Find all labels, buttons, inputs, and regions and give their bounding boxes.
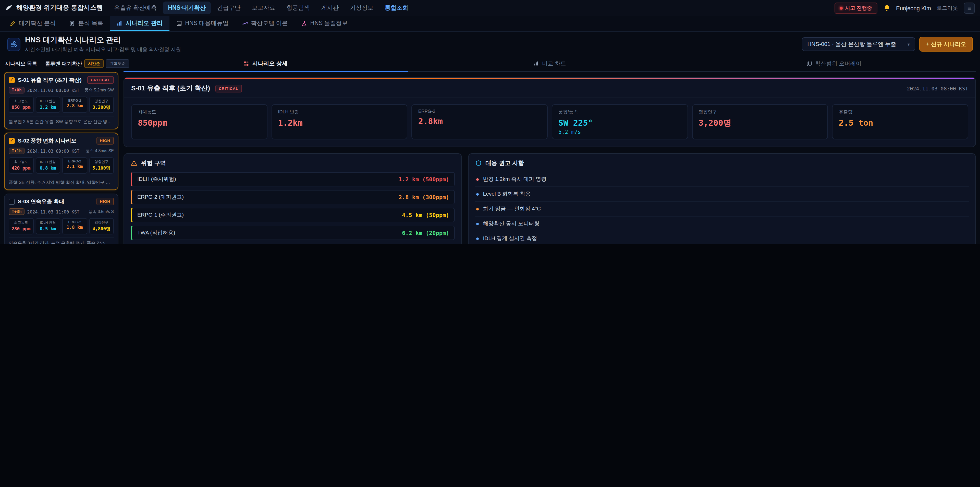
detail-header: S-01 유출 직후 (초기 확산) CRITICAL 2024.11.03 0… — [124, 79, 975, 98]
logout-button[interactable]: 로그아웃 — [937, 4, 958, 11]
new-scenario-button[interactable]: + 신규 시나리오 — [920, 37, 973, 51]
scenario-stat: 영향인구4,800명 — [89, 218, 114, 235]
recommendation-list: 반경 1.2km 즉시 대피 명령Level B 화학복 착용화기 엄금 — 인… — [475, 172, 969, 244]
scenario-time-badge: T+0h — [9, 87, 25, 93]
main-tab-overlay[interactable]: 확산범위 오버레이 — [692, 57, 976, 72]
detail-stat-label: ERPG-2 — [418, 109, 541, 114]
hazard-name: ERPG-1 (주의권고) — [137, 211, 184, 219]
scenario-stat-value: 850 ppm — [10, 105, 32, 110]
nav-item-aerial-search[interactable]: 항공탐색 — [282, 2, 315, 14]
scenario-wind: 풍속 4.8m/s SE — [86, 148, 114, 154]
hazard-name: ERPG-2 (대피권고) — [137, 193, 184, 201]
bullet-dot-icon — [476, 222, 479, 225]
scenario-title: S-01 유출 직후 (초기 확산) — [18, 77, 84, 83]
detail-stat-value: 1.2km — [278, 118, 401, 128]
scenario-stat: 최고농도280 ppm — [9, 218, 33, 235]
scenario-stat-label: IDLH 반경 — [37, 160, 59, 164]
hazard-row: ERPG-2 (대피권고)2.8 km (300ppm) — [130, 190, 455, 204]
sort-time-button[interactable]: 시간순 — [84, 59, 103, 68]
incident-dot-icon — [839, 6, 842, 10]
detail-stat-value: 2.8km — [418, 117, 541, 126]
nav-item-reports[interactable]: 보고자료 — [247, 2, 280, 14]
hazard-value: 6.2 km (20ppm) — [402, 230, 449, 236]
scenario-stat-value: 420 ppm — [10, 166, 32, 171]
recommendation-text: 화기 엄금 — 인화점 4°C — [483, 205, 541, 212]
recommendation-item: Level B 화학복 착용 — [475, 187, 969, 202]
nav-item-board[interactable]: 게시판 — [316, 2, 344, 14]
scenario-stat-value: 3,200명 — [91, 105, 112, 111]
subnav-tab-analysis[interactable]: 대기확산 분석 — [3, 16, 62, 31]
detail-stat-value: SW 225° — [558, 118, 681, 128]
scenario-card-S-03[interactable]: S-03 연속유출 확대HIGHT+3h2024.11.03 11:00 KST… — [4, 193, 118, 244]
scenario-stat-value: 280 ppm — [10, 226, 32, 232]
scenario-stat-label: 최고농도 — [10, 99, 32, 104]
scenario-stat: 최고농도850 ppm — [9, 97, 33, 113]
scenario-description: 톨루엔 2.5톤 순간 유출. SW 풍향으로 온산 산단 방향 확산. IDL… — [9, 116, 114, 125]
nav-item-spill-prediction[interactable]: 유출유 확산예측 — [109, 2, 162, 14]
detail-stat: 영향인구3,200명 — [692, 104, 828, 139]
flask-icon — [301, 20, 307, 26]
scenario-card-S-01[interactable]: ✓S-01 유출 직후 (초기 확산)CRITICALT+0h2024.11.0… — [4, 72, 118, 129]
scenario-risk-badge: HIGH — [96, 198, 114, 205]
scenario-datetime: 2024.11.03 11:00 KST — [27, 209, 80, 214]
scenario-stat-label: 영향인구 — [91, 160, 112, 164]
notification-bell-icon[interactable] — [883, 4, 891, 12]
scenario-time-badge: T+1h — [9, 148, 25, 154]
top-nav-menu: 유출유 확산예측HNS·대기확산긴급구난보고자료항공탐색게시판기상정보통합조회 — [109, 2, 414, 14]
subnav-tab-hns-manual[interactable]: HNS 대응매뉴얼 — [169, 16, 235, 31]
subnav-tab-analysis-list[interactable]: 분석 목록 — [62, 16, 110, 31]
hazard-row: IDLH (즉시위험)1.2 km (500ppm) — [130, 172, 455, 187]
scenario-detail-card: S-01 유출 직후 (초기 확산) CRITICAL 2024.11.03 0… — [124, 77, 976, 147]
hazard-name: TWA (작업허용) — [137, 229, 175, 236]
scenario-stat-label: 영향인구 — [91, 99, 112, 104]
scenario-stat-value: 2.1 km — [64, 164, 86, 169]
top-nav-right: 사고 진행중 Eunjeong Kim 로그아웃 ≡ — [834, 2, 975, 14]
detail-title: S-01 유출 직후 (초기 확산) — [131, 84, 210, 93]
main-tab-compare[interactable]: 비교 차트 — [407, 57, 692, 72]
scenario-stat: ERPG-22.1 km — [62, 157, 87, 174]
scenario-card-S-02[interactable]: ✓S-02 풍향 변화 시나리오HIGHT+1h2024.11.03 09:00… — [4, 133, 118, 190]
detail-risk-badge: CRITICAL — [215, 85, 242, 92]
scenario-stat: IDLH 반경1.2 km — [35, 97, 60, 113]
recommendation-text: IDLH 경계 실시간 측정 — [483, 235, 537, 242]
incident-selector[interactable]: HNS-001 · 울산 온산항 톨루엔 누출 ▾ — [802, 37, 915, 51]
recommendation-item: 화기 엄금 — 인화점 4°C — [475, 202, 969, 217]
nav-item-integrated-search[interactable]: 통합조회 — [380, 2, 414, 14]
subnav-tab-model-theory[interactable]: 확산모델 이론 — [235, 16, 294, 31]
scenario-checkbox[interactable]: ✓ — [9, 138, 15, 144]
nav-item-hns-diffusion[interactable]: HNS·대기확산 — [163, 2, 211, 14]
bullet-dot-icon — [476, 208, 479, 210]
detail-stat-label: 영향인구 — [698, 109, 821, 115]
hazard-zone-panel: 위험 구역 IDLH (즉시위험)1.2 km (500ppm)ERPG-2 (… — [124, 153, 462, 244]
detail-stat-value: 3,200명 — [698, 118, 821, 129]
scenario-risk-badge: HIGH — [96, 137, 114, 145]
scenario-detail-icon — [244, 61, 249, 66]
main-tabs: 시나리오 상세비교 차트확산범위 오버레이 — [124, 57, 976, 72]
nav-item-weather-info[interactable]: 기상정보 — [345, 2, 379, 14]
subnav-tab-scenario-management[interactable]: 시나리오 관리 — [110, 16, 169, 31]
scenario-checkbox[interactable]: ✓ — [9, 77, 15, 83]
scenario-checkbox[interactable] — [9, 198, 15, 204]
detail-datetime: 2024.11.03 08:00 KST — [907, 86, 968, 91]
scenario-stat-label: 최고농도 — [10, 160, 32, 164]
map-overlay-icon — [806, 61, 812, 66]
top-navbar: 해양환경 위기대응 통합시스템 유출유 확산예측HNS·대기확산긴급구난보고자료… — [0, 0, 980, 16]
user-name: Eunjeong Kim — [896, 5, 931, 11]
detail-stats-row: 최대농도850ppmIDLH 반경1.2kmERPG-22.8km풍향/풍속SW… — [124, 98, 975, 147]
subnav-tab-hns-substance[interactable]: HNS 물질정보 — [294, 16, 355, 31]
menu-icon[interactable]: ≡ — [964, 2, 975, 14]
hazard-panel-title: 위험 구역 — [141, 160, 166, 167]
hazard-row: ERPG-1 (주의권고)4.5 km (50ppm) — [130, 208, 455, 222]
content-area: 시나리오 목록 — 톨루엔 대기확산 시간순 위험도순 ✓S-01 유출 직후 … — [0, 56, 980, 244]
scenario-stat-label: 최고농도 — [10, 220, 32, 225]
scenario-stat-value: 1.8 km — [64, 225, 86, 230]
scenario-datetime: 2024.11.03 09:00 KST — [27, 148, 80, 153]
scenario-wind: 풍속 3.5m/s S — [88, 209, 114, 214]
hazard-row: TWA (작업허용)6.2 km (20ppm) — [130, 226, 455, 240]
nav-item-emergency-rescue[interactable]: 긴급구난 — [212, 2, 246, 14]
scenario-title: S-02 풍향 변화 시나리오 — [18, 137, 93, 144]
main-tab-detail[interactable]: 시나리오 상세 — [124, 57, 407, 72]
hazard-value: 4.5 km (50ppm) — [402, 212, 449, 218]
incident-status-badge: 사고 진행중 — [834, 2, 877, 14]
recommendation-text: 반경 1.2km 즉시 대피 명령 — [483, 176, 546, 183]
